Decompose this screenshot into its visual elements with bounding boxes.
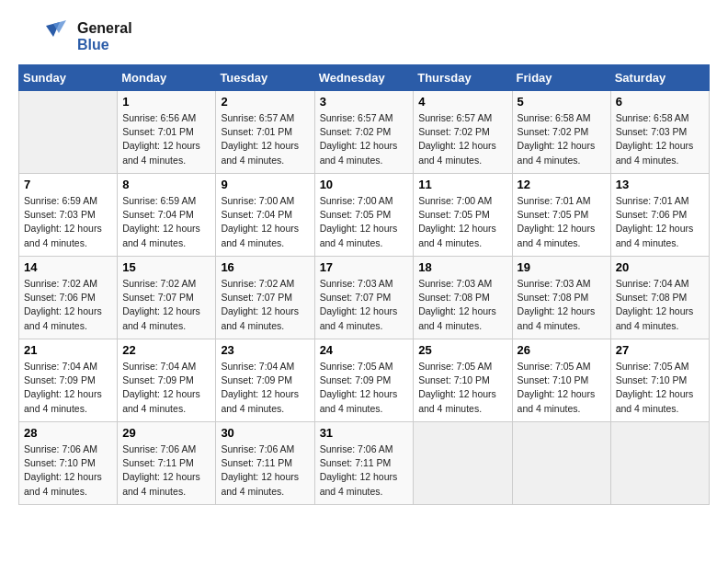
day-info: Sunrise: 7:03 AM Sunset: 7:07 PM Dayligh…	[320, 277, 409, 333]
calendar-cell: 20Sunrise: 7:04 AM Sunset: 7:08 PM Dayli…	[610, 257, 709, 339]
day-info: Sunrise: 7:05 AM Sunset: 7:10 PM Dayligh…	[616, 360, 704, 416]
day-info: Sunrise: 7:00 AM Sunset: 7:05 PM Dayligh…	[418, 194, 506, 250]
calendar-cell: 9Sunrise: 7:00 AM Sunset: 7:04 PM Daylig…	[216, 174, 314, 257]
calendar-cell	[19, 91, 118, 174]
day-number: 5	[518, 95, 606, 109]
day-info: Sunrise: 7:02 AM Sunset: 7:07 PM Dayligh…	[122, 277, 210, 333]
day-number: 27	[616, 343, 704, 357]
day-info: Sunrise: 7:01 AM Sunset: 7:06 PM Dayligh…	[616, 194, 704, 250]
week-row-4: 21Sunrise: 7:04 AM Sunset: 7:09 PM Dayli…	[19, 339, 710, 422]
calendar-cell: 17Sunrise: 7:03 AM Sunset: 7:07 PM Dayli…	[314, 257, 414, 339]
day-number: 12	[518, 178, 606, 191]
calendar-cell: 22Sunrise: 7:04 AM Sunset: 7:09 PM Dayli…	[118, 339, 216, 422]
logo-svg	[18, 18, 74, 55]
day-info: Sunrise: 6:57 AM Sunset: 7:01 PM Dayligh…	[221, 111, 309, 167]
day-info: Sunrise: 6:56 AM Sunset: 7:01 PM Dayligh…	[122, 111, 210, 167]
logo-text: GeneralBlue	[77, 20, 132, 52]
calendar-cell: 10Sunrise: 7:00 AM Sunset: 7:05 PM Dayli…	[314, 174, 414, 257]
header-wednesday: Wednesday	[314, 65, 414, 91]
day-number: 15	[122, 260, 210, 274]
header-saturday: Saturday	[610, 65, 709, 91]
day-number: 21	[24, 343, 112, 357]
header-sunday: Sunday	[19, 65, 118, 91]
day-info: Sunrise: 7:06 AM Sunset: 7:11 PM Dayligh…	[122, 442, 210, 499]
calendar-cell: 23Sunrise: 7:04 AM Sunset: 7:09 PM Dayli…	[216, 339, 314, 422]
calendar-cell: 6Sunrise: 6:58 AM Sunset: 7:03 PM Daylig…	[610, 91, 709, 174]
day-number: 10	[320, 178, 409, 191]
day-number: 18	[418, 260, 506, 274]
day-info: Sunrise: 7:00 AM Sunset: 7:04 PM Dayligh…	[221, 194, 309, 250]
calendar-cell: 31Sunrise: 7:06 AM Sunset: 7:11 PM Dayli…	[314, 422, 414, 505]
calendar-cell: 7Sunrise: 6:59 AM Sunset: 7:03 PM Daylig…	[19, 174, 118, 257]
calendar-cell: 2Sunrise: 6:57 AM Sunset: 7:01 PM Daylig…	[216, 91, 314, 174]
calendar-cell: 1Sunrise: 6:56 AM Sunset: 7:01 PM Daylig…	[118, 91, 216, 174]
day-info: Sunrise: 6:57 AM Sunset: 7:02 PM Dayligh…	[320, 111, 409, 167]
calendar-cell: 25Sunrise: 7:05 AM Sunset: 7:10 PM Dayli…	[414, 339, 512, 422]
day-info: Sunrise: 7:01 AM Sunset: 7:05 PM Dayligh…	[518, 194, 606, 250]
day-number: 4	[418, 95, 506, 109]
day-number: 16	[221, 260, 309, 274]
day-number: 1	[122, 95, 210, 109]
day-number: 24	[320, 343, 409, 357]
day-info: Sunrise: 6:59 AM Sunset: 7:03 PM Dayligh…	[24, 194, 112, 250]
day-info: Sunrise: 7:00 AM Sunset: 7:05 PM Dayligh…	[320, 194, 409, 250]
day-number: 7	[24, 178, 112, 191]
calendar-cell	[414, 422, 512, 505]
day-info: Sunrise: 7:03 AM Sunset: 7:08 PM Dayligh…	[418, 277, 506, 333]
day-info: Sunrise: 7:04 AM Sunset: 7:08 PM Dayligh…	[616, 277, 704, 333]
week-row-3: 14Sunrise: 7:02 AM Sunset: 7:06 PM Dayli…	[19, 257, 710, 339]
calendar-cell: 16Sunrise: 7:02 AM Sunset: 7:07 PM Dayli…	[216, 257, 314, 339]
calendar-cell	[610, 422, 709, 505]
header-friday: Friday	[512, 65, 610, 91]
day-info: Sunrise: 7:02 AM Sunset: 7:06 PM Dayligh…	[24, 277, 112, 333]
day-info: Sunrise: 7:04 AM Sunset: 7:09 PM Dayligh…	[24, 360, 112, 416]
calendar-cell: 24Sunrise: 7:05 AM Sunset: 7:09 PM Dayli…	[314, 339, 414, 422]
day-info: Sunrise: 7:03 AM Sunset: 7:08 PM Dayligh…	[518, 277, 606, 333]
day-info: Sunrise: 7:04 AM Sunset: 7:09 PM Dayligh…	[221, 360, 309, 416]
header-thursday: Thursday	[414, 65, 512, 91]
day-info: Sunrise: 7:04 AM Sunset: 7:09 PM Dayligh…	[122, 360, 210, 416]
day-number: 23	[221, 343, 309, 357]
day-number: 8	[122, 178, 210, 191]
day-number: 31	[320, 426, 409, 440]
day-number: 30	[221, 426, 309, 440]
day-number: 22	[122, 343, 210, 357]
calendar-cell: 14Sunrise: 7:02 AM Sunset: 7:06 PM Dayli…	[19, 257, 118, 339]
calendar-cell: 5Sunrise: 6:58 AM Sunset: 7:02 PM Daylig…	[512, 91, 610, 174]
calendar-cell: 18Sunrise: 7:03 AM Sunset: 7:08 PM Dayli…	[414, 257, 512, 339]
day-number: 3	[320, 95, 409, 109]
day-info: Sunrise: 7:05 AM Sunset: 7:10 PM Dayligh…	[418, 360, 506, 416]
day-info: Sunrise: 6:59 AM Sunset: 7:04 PM Dayligh…	[122, 194, 210, 250]
week-row-2: 7Sunrise: 6:59 AM Sunset: 7:03 PM Daylig…	[19, 174, 710, 257]
calendar-cell	[512, 422, 610, 505]
header-tuesday: Tuesday	[216, 65, 314, 91]
day-info: Sunrise: 6:57 AM Sunset: 7:02 PM Dayligh…	[418, 111, 506, 167]
calendar-cell: 30Sunrise: 7:06 AM Sunset: 7:11 PM Dayli…	[216, 422, 314, 505]
day-number: 9	[221, 178, 309, 191]
calendar-cell: 8Sunrise: 6:59 AM Sunset: 7:04 PM Daylig…	[118, 174, 216, 257]
day-info: Sunrise: 7:06 AM Sunset: 7:11 PM Dayligh…	[221, 442, 309, 499]
day-number: 17	[320, 260, 409, 274]
day-info: Sunrise: 6:58 AM Sunset: 7:03 PM Dayligh…	[616, 111, 704, 167]
day-number: 28	[24, 426, 112, 440]
day-info: Sunrise: 7:06 AM Sunset: 7:10 PM Dayligh…	[24, 442, 112, 499]
calendar-cell: 29Sunrise: 7:06 AM Sunset: 7:11 PM Dayli…	[118, 422, 216, 505]
day-number: 11	[418, 178, 506, 191]
page-header: GeneralBlue	[18, 18, 710, 55]
day-number: 2	[221, 95, 309, 109]
calendar-cell: 26Sunrise: 7:05 AM Sunset: 7:10 PM Dayli…	[512, 339, 610, 422]
calendar-cell: 19Sunrise: 7:03 AM Sunset: 7:08 PM Dayli…	[512, 257, 610, 339]
day-number: 19	[518, 260, 606, 274]
day-number: 25	[418, 343, 506, 357]
calendar-cell: 21Sunrise: 7:04 AM Sunset: 7:09 PM Dayli…	[19, 339, 118, 422]
calendar-header-row: SundayMondayTuesdayWednesdayThursdayFrid…	[19, 65, 710, 91]
header-monday: Monday	[118, 65, 216, 91]
day-number: 29	[122, 426, 210, 440]
calendar-cell: 11Sunrise: 7:00 AM Sunset: 7:05 PM Dayli…	[414, 174, 512, 257]
day-number: 20	[616, 260, 704, 274]
day-info: Sunrise: 6:58 AM Sunset: 7:02 PM Dayligh…	[518, 111, 606, 167]
calendar-table: SundayMondayTuesdayWednesdayThursdayFrid…	[18, 64, 710, 505]
calendar-cell: 28Sunrise: 7:06 AM Sunset: 7:10 PM Dayli…	[19, 422, 118, 505]
day-number: 13	[616, 178, 704, 191]
day-number: 6	[616, 95, 704, 109]
